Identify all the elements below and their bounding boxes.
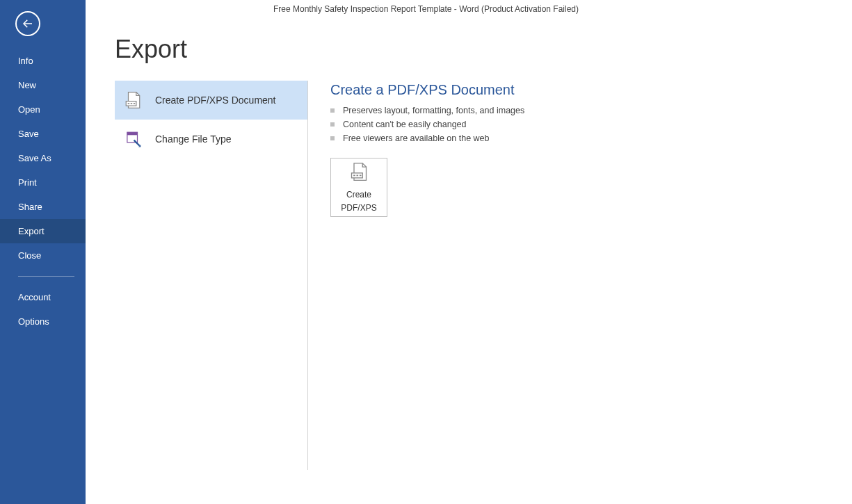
detail-bullet: Free viewers are available on the web: [330, 131, 852, 145]
nav-label: Account: [18, 292, 51, 302]
nav-open[interactable]: Open: [0, 97, 86, 122]
nav-new[interactable]: New: [0, 73, 86, 97]
detail-bullet: Content can't be easily changed: [330, 117, 852, 131]
nav-label: Close: [18, 250, 41, 261]
nav-label: New: [18, 80, 36, 90]
option-change-file-type[interactable]: Change File Type: [115, 120, 307, 158]
nav-export[interactable]: Export: [0, 219, 86, 243]
nav-options[interactable]: Options: [0, 309, 86, 334]
nav-save[interactable]: Save: [0, 122, 86, 146]
change-file-type-icon: [123, 129, 143, 149]
nav-print[interactable]: Print: [0, 170, 86, 195]
bullet-text: Content can't be easily changed: [343, 120, 467, 129]
nav-label: Info: [18, 56, 33, 66]
button-line1: Create: [346, 190, 371, 200]
svg-rect-13: [360, 174, 362, 176]
bullet-icon: [330, 108, 335, 113]
svg-rect-4: [131, 103, 132, 104]
nav-label: Save: [18, 129, 39, 139]
bullet-icon: [330, 122, 335, 127]
button-line2: PDF/XPS: [341, 203, 376, 213]
bullet-icon: [330, 136, 335, 140]
detail-bullets: Preserves layout, formatting, fonts, and…: [330, 104, 852, 145]
nav-label: Options: [18, 316, 49, 327]
nav-label: Export: [18, 226, 45, 236]
svg-rect-5: [134, 103, 135, 104]
nav-info[interactable]: Info: [0, 49, 86, 73]
nav-account[interactable]: Account: [0, 285, 86, 309]
nav-label: Share: [18, 202, 42, 212]
nav-label: Print: [18, 177, 37, 188]
nav-share[interactable]: Share: [0, 195, 86, 219]
export-options-list: Create PDF/XPS Document Change File Type: [115, 81, 308, 470]
option-label: Change File Type: [155, 133, 231, 145]
svg-rect-7: [127, 132, 138, 135]
nav-close[interactable]: Close: [0, 243, 86, 268]
create-pdf-xps-button[interactable]: Create PDF/XPS: [330, 158, 387, 217]
pdf-document-icon: [123, 90, 143, 110]
svg-rect-11: [353, 174, 355, 176]
pdf-export-icon: [349, 162, 369, 186]
nav-label: Open: [18, 104, 40, 115]
backstage-sidebar: Info New Open Save Save As Print Share E…: [0, 0, 86, 504]
page-title: Export: [115, 35, 852, 64]
bullet-text: Preserves layout, formatting, fonts, and…: [343, 106, 524, 115]
detail-title: Create a PDF/XPS Document: [330, 82, 852, 98]
svg-rect-3: [128, 103, 129, 104]
option-label: Create PDF/XPS Document: [155, 95, 276, 106]
detail-bullet: Preserves layout, formatting, fonts, and…: [330, 104, 852, 117]
bullet-text: Free viewers are available on the web: [343, 133, 490, 143]
title-bar: Free Monthly Safety Inspection Report Te…: [0, 0, 852, 19]
nav-save-as[interactable]: Save As: [0, 146, 86, 170]
detail-pane: Create a PDF/XPS Document Preserves layo…: [330, 81, 852, 217]
svg-rect-12: [357, 174, 359, 176]
nav-label: Save As: [18, 153, 51, 163]
nav-separator: [18, 276, 74, 277]
content-pane: Export Create PDF/XPS Document: [86, 0, 852, 504]
option-create-pdf-xps[interactable]: Create PDF/XPS Document: [115, 81, 307, 120]
title-text: Free Monthly Safety Inspection Report Te…: [273, 4, 579, 14]
